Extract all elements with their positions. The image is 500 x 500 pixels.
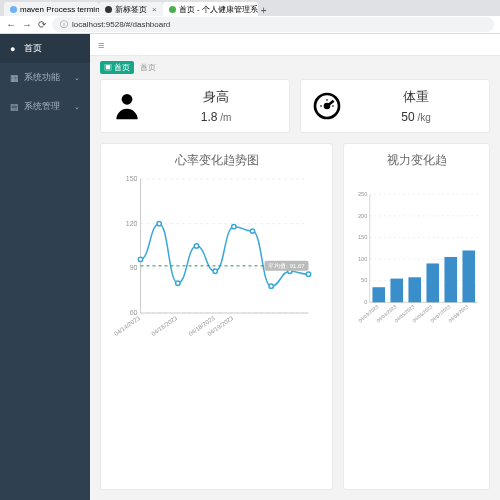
svg-text:04/14/2023: 04/14/2023 <box>113 315 142 338</box>
stat-cards-row: 身高1.8 /m体重50 /kg <box>90 79 500 133</box>
svg-text:平均值: 91.67: 平均值: 91.67 <box>268 263 305 269</box>
card-unit: /kg <box>417 112 430 123</box>
sidebar-item-icon: ▦ <box>10 73 18 83</box>
breadcrumb-text: 首页 <box>140 62 156 73</box>
svg-text:50: 50 <box>361 277 367 283</box>
url-text: localhost:9528/#/dashboard <box>72 20 170 29</box>
charts-row: 心率变化趋势图 6090120150平均值: 91.6704/14/202304… <box>90 133 500 500</box>
sidebar-item[interactable]: ▦系统功能⌄ <box>0 63 90 92</box>
svg-point-16 <box>194 244 198 248</box>
info-icon: ⓘ <box>60 19 68 30</box>
reload-icon[interactable]: ⟳ <box>38 19 46 30</box>
tab-label: 首页 - 个人健康管理系统 <box>179 4 258 15</box>
card-value: 50 <box>401 110 414 124</box>
close-icon[interactable]: × <box>152 5 157 14</box>
svg-point-22 <box>306 272 310 276</box>
browser-tab[interactable]: maven Process terminated_× <box>4 2 99 16</box>
svg-point-17 <box>213 269 217 273</box>
chart-title: 视力变化趋 <box>352 152 481 169</box>
svg-point-13 <box>138 257 142 261</box>
breadcrumb: ▣ 首页 首页 <box>90 56 500 79</box>
tab-favicon <box>169 6 176 13</box>
browser-tab[interactable]: 新标签页× <box>99 2 163 16</box>
svg-text:150: 150 <box>126 175 138 182</box>
forward-icon[interactable]: → <box>22 19 32 30</box>
svg-text:150: 150 <box>358 234 367 240</box>
vision-bar-chart: 05010015020025004/03/202304/04/202304/05… <box>352 173 481 343</box>
sidebar-item-icon: ● <box>10 44 18 54</box>
svg-rect-44 <box>372 287 385 302</box>
url-input[interactable]: ⓘ localhost:9528/#/dashboard <box>52 17 494 32</box>
vision-chart-card: 视力变化趋 05010015020025004/03/202304/04/202… <box>343 143 490 490</box>
sidebar-item-label: 系统功能 <box>24 71 60 84</box>
person-icon <box>111 90 143 122</box>
browser-tab[interactable]: 首页 - 个人健康管理系统× <box>163 2 258 16</box>
card-title: 身高 <box>153 88 279 106</box>
tab-favicon <box>10 6 17 13</box>
tab-label: maven Process terminated_ <box>20 5 99 14</box>
chart-title: 心率变化趋势图 <box>109 152 324 169</box>
card-unit: /m <box>220 112 231 123</box>
sidebar-item[interactable]: ●首页 <box>0 34 90 63</box>
sidebar: ●首页▦系统功能⌄▤系统管理⌄ <box>0 34 90 500</box>
card-title: 体重 <box>353 88 479 106</box>
svg-text:120: 120 <box>126 220 138 227</box>
svg-rect-46 <box>408 277 421 302</box>
svg-text:0: 0 <box>364 299 367 305</box>
svg-text:04/16/2023: 04/16/2023 <box>150 315 179 338</box>
svg-text:250: 250 <box>358 191 367 197</box>
svg-point-2 <box>325 104 329 108</box>
top-strip: ≡ <box>90 34 500 56</box>
svg-point-15 <box>176 281 180 285</box>
stat-card: 体重50 /kg <box>300 79 490 133</box>
svg-text:200: 200 <box>358 213 367 219</box>
menu-toggle-icon[interactable]: ≡ <box>98 39 104 51</box>
card-value: 1.8 <box>201 110 218 124</box>
browser-address-bar: ← → ⟳ ⓘ localhost:9528/#/dashboard <box>0 16 500 34</box>
svg-text:04/08/2023: 04/08/2023 <box>448 304 470 324</box>
svg-rect-45 <box>390 279 403 303</box>
tab-favicon <box>105 6 112 13</box>
sidebar-item-icon: ▤ <box>10 102 18 112</box>
browser-tab-strip: maven Process terminated_×新标签页×首页 - 个人健康… <box>0 0 500 16</box>
svg-text:100: 100 <box>358 256 367 262</box>
new-tab-button[interactable]: + <box>258 4 270 16</box>
breadcrumb-home-badge[interactable]: ▣ 首页 <box>100 61 134 74</box>
svg-point-19 <box>250 229 254 233</box>
svg-rect-47 <box>426 263 439 302</box>
sidebar-item-label: 首页 <box>24 42 42 55</box>
chevron-down-icon: ⌄ <box>74 103 80 111</box>
svg-point-0 <box>122 94 133 105</box>
back-icon[interactable]: ← <box>6 19 16 30</box>
stat-card: 身高1.8 /m <box>100 79 290 133</box>
sidebar-item[interactable]: ▤系统管理⌄ <box>0 92 90 121</box>
svg-point-14 <box>157 221 161 225</box>
heart-rate-chart-card: 心率变化趋势图 6090120150平均值: 91.6704/14/202304… <box>100 143 333 490</box>
svg-point-20 <box>269 284 273 288</box>
svg-rect-49 <box>462 250 475 302</box>
chevron-down-icon: ⌄ <box>74 74 80 82</box>
svg-point-18 <box>232 224 236 228</box>
svg-text:90: 90 <box>130 264 138 271</box>
tab-label: 新标签页 <box>115 4 147 15</box>
heart-rate-line-chart: 6090120150平均值: 91.6704/14/202304/16/2023… <box>109 173 324 343</box>
gauge-icon <box>311 90 343 122</box>
sidebar-item-label: 系统管理 <box>24 100 60 113</box>
svg-rect-48 <box>444 257 457 302</box>
main-content: ≡ ▣ 首页 首页 身高1.8 /m体重50 /kg 心率变化趋势图 60901… <box>90 34 500 500</box>
